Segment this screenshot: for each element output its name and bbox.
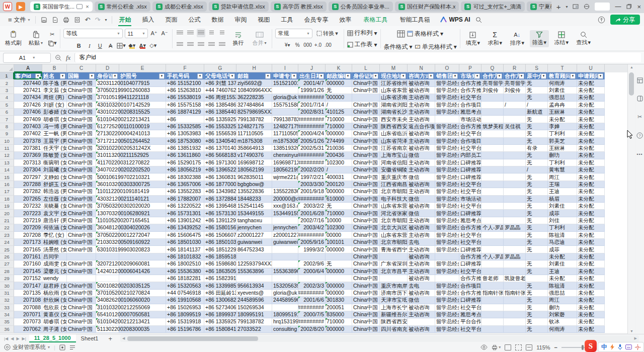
cell[interactable]: 包欣辰 (女 — [42, 304, 67, 311]
cell[interactable] — [504, 109, 526, 116]
cell[interactable]: 被动咨询 — [408, 253, 435, 260]
cell[interactable]: 100101 — [326, 239, 352, 246]
cell[interactable]: +86 19713008901 — [204, 159, 236, 166]
cell[interactable]: 未分配 — [577, 260, 605, 268]
cell[interactable]: China中国 — [352, 116, 380, 123]
cell[interactable] — [504, 232, 526, 239]
cell[interactable]: 无 — [526, 203, 548, 210]
cell[interactable]: 未分配 — [577, 268, 605, 275]
italic-button[interactable]: I — [85, 41, 94, 50]
cell[interactable]: China中国 — [67, 326, 96, 333]
cell[interactable]: +86 15986802311 — [204, 260, 236, 268]
cell[interactable] — [504, 159, 526, 166]
cell[interactable]: 返点合作项目 — [408, 123, 435, 130]
cell[interactable] — [408, 318, 435, 325]
cell[interactable]: 未分配 — [577, 159, 605, 166]
cell[interactable]: 138519326 — [272, 145, 298, 152]
cell[interactable] — [67, 253, 96, 260]
cell[interactable]: 主动咨询 — [408, 166, 435, 173]
cell[interactable]: 李文茹 (女 — [42, 87, 67, 94]
table-style-button[interactable]: 表格样式▾ — [407, 29, 443, 39]
cell[interactable] — [272, 275, 298, 282]
bold-button[interactable]: B — [74, 41, 83, 50]
cell[interactable]: 社交平台./ — [459, 181, 481, 188]
row-number[interactable]: 8 — [0, 123, 14, 130]
cell[interactable]: 630103199903020823 — [96, 246, 119, 253]
ime-mic-icon[interactable] — [618, 344, 622, 350]
cell[interactable] — [504, 116, 526, 123]
undo-icon[interactable]: ↶ — [85, 16, 91, 24]
cell[interactable]: 610104200212213421 — [96, 116, 119, 123]
cell[interactable]: 无 — [326, 203, 352, 210]
cell[interactable]: +44 7460762888 — [204, 87, 236, 94]
column-letter[interactable]: Q — [481, 64, 504, 72]
cell[interactable] — [481, 304, 504, 311]
cell[interactable]: 654101200007050581 — [96, 311, 119, 318]
filter-dropdown-icon[interactable]: ▾ — [400, 73, 406, 79]
cell[interactable]: 主动咨询 — [408, 268, 435, 275]
cell[interactable]: 207265 — [14, 196, 42, 203]
filter-dropdown-icon[interactable]: ▾ — [35, 73, 41, 79]
cell[interactable]: 市场活动.市 — [459, 116, 481, 123]
filter-dropdown-icon[interactable]: ▾ — [197, 73, 203, 79]
cell[interactable] — [481, 268, 504, 275]
cell[interactable]: 强思喆 — [548, 94, 577, 101]
cell[interactable]: China中国 — [67, 232, 96, 239]
menu-tab-数据[interactable]: 数据 — [206, 14, 229, 25]
cell[interactable]: 河北省张家 — [380, 210, 408, 217]
cell[interactable]: 社交平台./ — [459, 145, 481, 152]
cell[interactable]: z20001227 — [236, 232, 272, 239]
cell[interactable]: 主动咨询 — [408, 232, 435, 239]
cell[interactable] — [504, 138, 526, 145]
cell[interactable]: 无 — [526, 94, 548, 101]
cell[interactable]: +86 13901242 — [166, 217, 204, 224]
cell[interactable]: +86 15319918 — [166, 318, 204, 325]
cell[interactable]: China中国 — [352, 275, 380, 282]
cell[interactable]: 内部员工推 — [459, 152, 481, 159]
cell[interactable]: 320311200104077915 — [96, 79, 119, 86]
cell[interactable]: 210036 — [326, 145, 352, 152]
cell[interactable]: 丁利利 — [548, 130, 577, 137]
cell[interactable]: 710000 — [326, 210, 352, 217]
cell[interactable]: 王一帆 (男 — [42, 130, 67, 137]
cell[interactable]: 244589596 — [272, 297, 298, 304]
cell[interactable]: 留学总经办 — [435, 311, 459, 318]
cell[interactable]: 社交平台.微 — [459, 239, 481, 246]
cell[interactable]: 未分配 — [577, 297, 605, 304]
cell[interactable]: / — [326, 166, 352, 173]
cell[interactable] — [481, 166, 504, 173]
clear-format-button[interactable]: ◇▾ — [149, 41, 157, 50]
cell[interactable] — [435, 116, 459, 123]
cell[interactable]: 360103200303300725 — [96, 181, 119, 188]
cell[interactable]: 1997/2/21 — [298, 173, 326, 181]
format-brush-icon[interactable]: ✂ — [637, 114, 642, 120]
cell[interactable]: China中国 — [352, 87, 380, 94]
cell[interactable]: 赵君婷 (女 — [42, 282, 67, 289]
cell[interactable]: 吴晓蔓 (女 — [42, 203, 67, 210]
cell[interactable]: 无 — [526, 116, 548, 123]
cell[interactable]: 筑梦美程 — [481, 123, 504, 130]
cell[interactable]: 207071 — [14, 311, 42, 318]
increase-indent-icon[interactable] — [218, 29, 226, 37]
help-icon[interactable]: ? — [636, 132, 643, 139]
row-number[interactable]: 19 — [0, 203, 14, 210]
cell[interactable]: 蒯玏 — [548, 152, 577, 159]
fill-button[interactable]: 填充▾ — [463, 30, 482, 48]
cell[interactable]: 济南市历下 — [380, 290, 408, 297]
wps-home-icon[interactable]: ▶ — [16, 2, 25, 11]
cell[interactable]: 207402 — [14, 130, 42, 137]
cell[interactable]: 舒妍玉 (女 — [42, 181, 67, 188]
cell[interactable]: 杨欣雨 (女 — [42, 290, 67, 297]
cell[interactable]: China中国 — [67, 173, 96, 181]
cell[interactable]: 电子科技大 — [380, 196, 408, 203]
cell[interactable]: +86 18999371661 — [204, 311, 236, 318]
cell[interactable]: 陈子逸 (男 — [42, 79, 67, 86]
cell[interactable]: 799138782 — [236, 116, 272, 123]
cell[interactable]: 留学总经办 — [435, 210, 459, 217]
cell[interactable]: 2003/2/2 — [298, 203, 326, 210]
strikethrough-button[interactable]: A — [106, 41, 115, 50]
record-macro-icon[interactable] — [59, 344, 65, 350]
cell[interactable]: 未分配 — [577, 79, 605, 86]
cell[interactable]: 207232 — [14, 203, 42, 210]
sheet-tab[interactable]: 11_28_5_1000 — [29, 334, 76, 342]
